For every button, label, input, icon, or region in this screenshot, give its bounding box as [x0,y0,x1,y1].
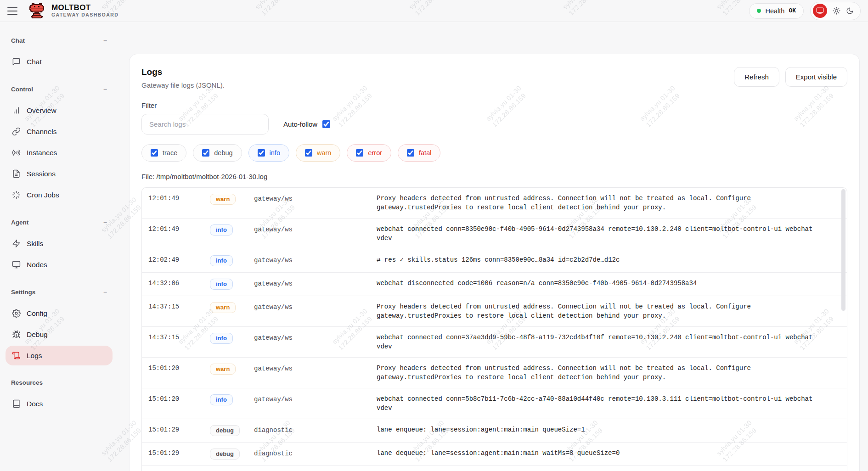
app-title: MOLTBOT [51,4,118,12]
display-icon [816,7,824,15]
sidebar-section-settings[interactable]: Settings– [6,287,113,302]
sidebar: Chat–ChatControl–OverviewChannelsInstanc… [0,22,122,471]
collapse-dash-icon[interactable]: – [103,288,107,296]
bar-chart-icon [12,106,21,115]
sidebar-item-debug[interactable]: Debug [6,325,113,344]
log-message: lane enqueue: lane=session:agent:main:ma… [377,425,822,434]
logs-scrollbar-thumb[interactable] [841,189,845,311]
log-level-badge: info [210,255,233,266]
level-checkbox-error[interactable] [356,149,363,157]
book-icon [12,399,21,408]
sidebar-item-instances[interactable]: Instances [6,143,113,163]
sidebar-section-resources: Resources [6,378,113,392]
health-status-pill[interactable]: Health OK [749,3,804,19]
moon-icon [846,7,854,15]
sidebar-item-channels[interactable]: Channels [6,122,113,141]
file-icon [12,169,21,178]
sidebar-section-title: Agent [11,219,28,226]
log-row: 12:01:49infogateway/wswebchat connected … [142,219,847,249]
log-row: debug [142,466,847,471]
level-checkbox-trace[interactable] [151,149,158,157]
log-table: 12:01:49warngateway/wsProxy headers dete… [141,187,847,471]
log-time: 14:37:15 [148,302,210,310]
collapse-dash-icon[interactable]: – [103,219,107,226]
sidebar-item-docs[interactable]: Docs [6,394,113,414]
sidebar-item-label: Config [27,309,47,318]
monitor-icon [12,260,21,269]
log-source: gateway/ws [254,194,377,202]
brand: MOLTBOT GATEWAY DASHBOARD [28,2,118,20]
sidebar-item-label: Instances [27,149,57,157]
sidebar-item-nodes[interactable]: Nodes [6,255,113,275]
log-source: gateway/ws [254,279,377,287]
filter-label: Filter [141,101,847,109]
sidebar-item-chat[interactable]: Chat [6,52,113,72]
log-row: 15:01:29debugdiagnosticlane dequeue: lan… [142,443,847,466]
level-pill-label: error [368,149,382,157]
export-visible-button[interactable]: Export visible [785,67,847,87]
log-source: diagnostic [254,449,377,457]
log-time: 12:01:49 [148,224,210,233]
loader-icon [12,191,21,199]
log-source: gateway/ws [254,364,377,372]
sidebar-item-label: Overview [27,107,56,115]
collapse-dash-icon[interactable]: – [103,37,107,44]
sidebar-item-sessions[interactable]: Sessions [6,164,113,184]
level-checkbox-debug[interactable] [202,149,209,157]
level-pill-label: debug [214,149,232,157]
level-filter-error[interactable]: error [347,144,391,162]
theme-switcher [810,2,861,20]
sun-icon [833,7,840,15]
sidebar-item-label: Debug [27,331,48,339]
moltbot-logo-icon [28,2,46,20]
sidebar-section-agent[interactable]: Agent– [6,218,113,232]
autofollow-checkbox[interactable] [322,120,330,128]
log-message: Proxy headers detected from untrusted ad… [377,194,822,212]
level-filter-fatal[interactable]: fatal [398,144,440,162]
level-checkbox-fatal[interactable] [407,149,414,157]
collapse-dash-icon[interactable]: – [103,85,107,93]
log-source: gateway/ws [254,333,377,342]
level-filter-info[interactable]: info [248,144,289,162]
sidebar-item-label: Cron Jobs [27,191,59,199]
log-source: gateway/ws [254,255,377,264]
sidebar-item-label: Skills [27,240,43,248]
level-filter-debug[interactable]: debug [193,144,242,162]
refresh-button[interactable]: Refresh [734,67,779,87]
search-input[interactable] [141,114,269,135]
sidebar-item-cron-jobs[interactable]: Cron Jobs [6,185,113,205]
scroll-icon [12,351,21,360]
gear-icon [12,309,21,318]
sidebar-item-logs[interactable]: Logs [6,346,113,365]
dark-theme-button[interactable] [846,7,854,15]
sidebar-section-title: Control [11,86,33,93]
sidebar-item-overview[interactable]: Overview [6,101,113,120]
level-pill-label: trace [163,149,177,157]
topbar: MOLTBOT GATEWAY DASHBOARD Health OK [0,0,868,22]
sidebar-item-config[interactable]: Config [6,303,113,323]
sidebar-item-label: Channels [27,128,57,136]
sidebar-item-skills[interactable]: Skills [6,234,113,253]
log-level-badge: info [210,224,233,236]
log-row: 14:32:06infogateway/wswebchat disconnect… [142,273,847,296]
log-level-badge: debug [210,425,240,436]
app-subtitle: GATEWAY DASHBOARD [51,12,118,18]
sidebar-section-control[interactable]: Control– [6,84,113,99]
light-theme-button[interactable] [833,7,840,15]
log-message: webchat connected conn=8350e90c-f40b-490… [377,224,822,243]
log-level-badge: info [210,333,233,344]
log-row: 15:01:20infogateway/wswebchat connected … [142,388,847,419]
level-pill-label: fatal [419,149,431,157]
level-filter-warn[interactable]: warn [296,144,340,162]
display-theme-button[interactable] [813,4,827,18]
level-checkbox-info[interactable] [258,149,265,157]
autofollow-toggle[interactable]: Auto-follow [283,120,330,128]
log-time: 15:01:20 [148,364,210,372]
level-checkbox-warn[interactable] [305,149,312,157]
health-status-value: OK [789,7,796,14]
level-filter-trace[interactable]: trace [141,144,186,162]
menu-icon[interactable] [7,4,21,18]
sidebar-section-chat[interactable]: Chat– [6,36,113,50]
log-message: webchat connected conn=5b8c7b11-7c6b-42c… [377,394,822,413]
log-source: gateway/ws [254,302,377,311]
